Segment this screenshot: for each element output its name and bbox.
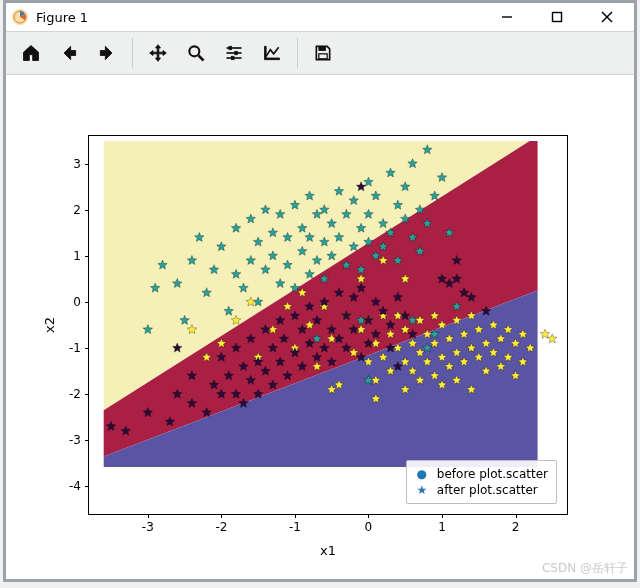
home-button[interactable] — [12, 34, 50, 72]
legend-item: ★ after plot.scatter — [415, 482, 548, 498]
svg-rect-11 — [235, 51, 238, 54]
save-button[interactable] — [304, 34, 342, 72]
axes-edit-button[interactable] — [253, 34, 291, 72]
minimize-button[interactable] — [486, 5, 528, 29]
toolbar-separator — [297, 38, 298, 68]
svg-line-6 — [199, 56, 204, 61]
star-marker-icon: ★ — [415, 482, 429, 498]
svg-rect-12 — [232, 56, 235, 59]
back-button[interactable] — [50, 34, 88, 72]
svg-rect-10 — [229, 46, 232, 49]
circle-marker-icon: ● — [415, 466, 429, 482]
figure-window: Figure 1 ● before plot.scatter — [3, 0, 637, 582]
legend: ● before plot.scatter ★ after plot.scatt… — [406, 460, 557, 504]
svg-rect-13 — [319, 46, 326, 50]
ylabel: x2 — [42, 135, 57, 515]
xlabel: x1 — [88, 543, 568, 558]
matplotlib-logo-icon — [12, 9, 28, 25]
zoom-button[interactable] — [177, 34, 215, 72]
axes: ● before plot.scatter ★ after plot.scatt… — [88, 135, 568, 515]
figure-canvas[interactable]: ● before plot.scatter ★ after plot.scatt… — [6, 75, 634, 561]
subplots-button[interactable] — [215, 34, 253, 72]
pan-button[interactable] — [139, 34, 177, 72]
window-title: Figure 1 — [36, 10, 88, 25]
forward-button[interactable] — [88, 34, 126, 72]
svg-rect-14 — [319, 54, 327, 59]
maximize-button[interactable] — [536, 5, 578, 29]
close-button[interactable] — [586, 5, 628, 29]
svg-point-5 — [189, 46, 199, 56]
legend-item: ● before plot.scatter — [415, 466, 548, 482]
toolbar — [6, 31, 634, 75]
legend-label: before plot.scatter — [437, 466, 548, 482]
watermark-text: CSDN @岳轩子 — [542, 560, 628, 577]
toolbar-separator — [132, 38, 133, 68]
svg-rect-2 — [553, 13, 562, 22]
plot-area — [89, 136, 567, 514]
titlebar: Figure 1 — [6, 3, 634, 31]
legend-label: after plot.scatter — [437, 482, 538, 498]
